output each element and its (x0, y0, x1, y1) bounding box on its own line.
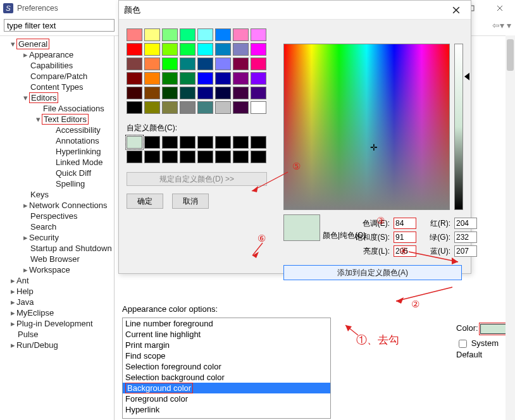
tree-item-hyperlinking[interactable]: Hyperlinking (0, 146, 114, 157)
hue-input[interactable] (394, 218, 416, 229)
tree-item-web-browser[interactable]: Web Browser (0, 254, 114, 264)
basic-color-swatch[interactable] (144, 43, 160, 56)
basic-color-swatch[interactable] (233, 101, 249, 114)
basic-color-swatch[interactable] (144, 72, 160, 85)
basic-colors-grid[interactable] (127, 28, 267, 114)
tree-item-compare[interactable]: Compare/Patch (0, 71, 114, 82)
tree-item-content-types[interactable]: Content Types (0, 82, 114, 92)
basic-color-swatch[interactable] (180, 58, 195, 70)
basic-color-swatch[interactable] (144, 101, 160, 114)
tree-item-linked-mode[interactable]: Linked Mode (0, 157, 114, 168)
red-input[interactable] (454, 218, 477, 229)
basic-color-swatch[interactable] (180, 101, 195, 114)
vertical-scrollbar[interactable] (506, 35, 515, 420)
tree-item-myeclipse[interactable]: ▸MyEclipse (0, 307, 114, 318)
basic-color-swatch[interactable] (215, 28, 231, 41)
basic-color-swatch[interactable] (251, 28, 266, 41)
system-default-checkbox[interactable] (459, 340, 467, 348)
basic-color-swatch[interactable] (251, 43, 266, 56)
tree-item-spelling[interactable]: Spelling (0, 178, 114, 189)
basic-color-swatch[interactable] (162, 87, 178, 99)
basic-color-swatch[interactable] (233, 58, 249, 70)
list-item-selected[interactable]: Background color (125, 383, 193, 393)
custom-color-swatch[interactable] (251, 151, 266, 163)
tree-item-perspectives[interactable]: Perspectives (0, 211, 114, 221)
tree-item-security[interactable]: ▸Security (0, 232, 114, 243)
luminance-slider[interactable] (454, 44, 463, 210)
list-item[interactable]: Selection background color (123, 372, 330, 383)
tree-item-quick-diff[interactable]: Quick Diff (0, 168, 114, 178)
basic-color-swatch[interactable] (233, 43, 249, 56)
tree-item-annotations[interactable]: Annotations (0, 135, 114, 146)
custom-color-swatch[interactable] (180, 136, 195, 149)
sat-input[interactable] (394, 232, 416, 243)
basic-color-swatch[interactable] (162, 43, 178, 56)
tree-item-network[interactable]: ▸Network Connections (0, 200, 114, 211)
basic-color-swatch[interactable] (251, 101, 266, 114)
custom-color-swatch[interactable] (233, 151, 249, 163)
custom-color-swatch[interactable] (215, 136, 231, 149)
basic-color-swatch[interactable] (215, 72, 231, 85)
basic-color-swatch[interactable] (215, 87, 231, 99)
basic-color-swatch[interactable] (127, 87, 142, 99)
custom-color-swatch[interactable] (127, 136, 142, 149)
color-dialog-close-button[interactable] (447, 1, 466, 20)
list-item[interactable]: Line number foreground (123, 318, 330, 329)
custom-color-swatch[interactable] (233, 136, 249, 149)
custom-color-swatch[interactable] (144, 136, 160, 149)
basic-color-swatch[interactable] (162, 58, 178, 70)
basic-color-swatch[interactable] (180, 28, 195, 41)
custom-color-swatch[interactable] (144, 151, 160, 163)
tree-item-accessibility[interactable]: Accessibility (0, 125, 114, 135)
tree-item-startup[interactable]: Startup and Shutdown (0, 243, 114, 254)
basic-color-swatch[interactable] (180, 43, 195, 56)
basic-color-swatch[interactable] (233, 28, 249, 41)
tree-item-editors[interactable]: ▾Editors (0, 92, 114, 103)
basic-color-swatch[interactable] (251, 72, 266, 85)
tree-item-java[interactable]: ▸Java (0, 297, 114, 307)
basic-color-swatch[interactable] (215, 43, 231, 56)
custom-colors-grid[interactable] (127, 136, 267, 163)
basic-color-swatch[interactable] (197, 72, 213, 85)
basic-color-swatch[interactable] (180, 87, 195, 99)
basic-color-swatch[interactable] (197, 58, 213, 70)
preferences-tree[interactable]: ▾General ▸Appearance Capabilities Compar… (0, 35, 114, 420)
tree-item-rundebug[interactable]: ▸Run/Debug (0, 340, 114, 350)
basic-color-swatch[interactable] (162, 72, 178, 85)
tree-item-workspace[interactable]: ▸Workspace (0, 264, 114, 275)
green-input[interactable] (454, 232, 477, 243)
custom-color-swatch[interactable] (162, 151, 178, 163)
hsv-color-field[interactable]: ✛ (283, 44, 450, 210)
basic-color-swatch[interactable] (162, 101, 178, 114)
filter-input[interactable] (4, 19, 115, 32)
tree-item-plugin-dev[interactable]: ▸Plug-in Development (0, 318, 114, 329)
tree-item-ant[interactable]: ▸Ant (0, 275, 114, 286)
basic-color-swatch[interactable] (127, 72, 142, 85)
basic-color-swatch[interactable] (127, 28, 142, 41)
custom-color-swatch[interactable] (127, 151, 142, 163)
basic-color-swatch[interactable] (215, 58, 231, 70)
basic-color-swatch[interactable] (197, 101, 213, 114)
basic-color-swatch[interactable] (233, 87, 249, 99)
basic-color-swatch[interactable] (127, 43, 142, 56)
list-item[interactable]: Print margin (123, 340, 330, 350)
custom-color-swatch[interactable] (251, 136, 266, 149)
basic-color-swatch[interactable] (215, 101, 231, 114)
basic-color-swatch[interactable] (180, 72, 195, 85)
basic-color-swatch[interactable] (144, 28, 160, 41)
basic-color-swatch[interactable] (251, 58, 266, 70)
basic-color-swatch[interactable] (197, 87, 213, 99)
basic-color-swatch[interactable] (251, 87, 266, 99)
close-button[interactable] (485, 0, 514, 16)
custom-color-swatch[interactable] (197, 151, 213, 163)
custom-color-swatch[interactable] (197, 136, 213, 149)
tree-item-keys[interactable]: Keys (0, 189, 114, 200)
basic-color-swatch[interactable] (127, 58, 142, 70)
tree-item-capabilities[interactable]: Capabilities (0, 60, 114, 71)
tree-item-search[interactable]: Search (0, 221, 114, 232)
ok-button[interactable]: 确定 (127, 194, 163, 209)
list-item[interactable]: Current line highlight (123, 329, 330, 340)
list-item[interactable]: Foreground color (123, 393, 330, 404)
basic-color-swatch[interactable] (197, 43, 213, 56)
add-to-custom-colors-button[interactable]: 添加到自定义颜色(A) (283, 265, 462, 280)
